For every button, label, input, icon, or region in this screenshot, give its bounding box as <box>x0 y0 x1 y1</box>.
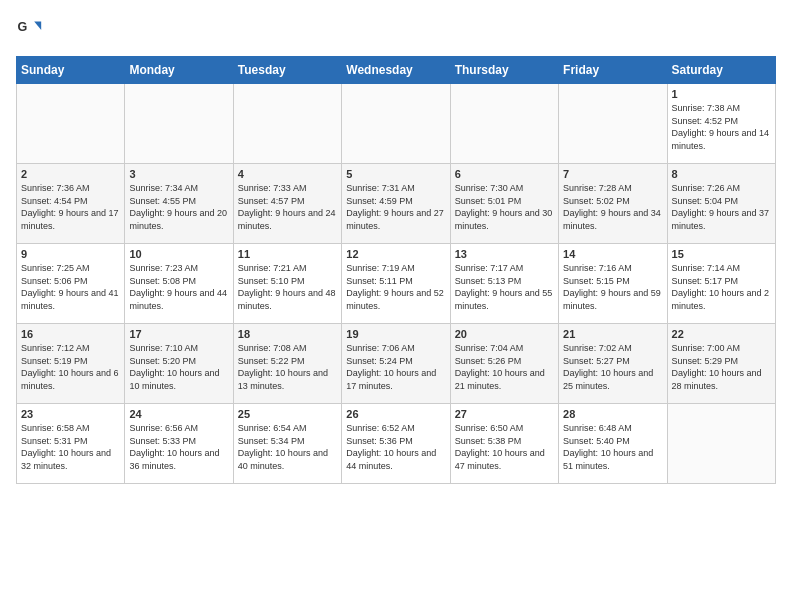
day-info: Sunrise: 6:56 AM Sunset: 5:33 PM Dayligh… <box>129 422 228 472</box>
day-number: 10 <box>129 248 228 260</box>
calendar-cell: 18Sunrise: 7:08 AM Sunset: 5:22 PM Dayli… <box>233 324 341 404</box>
day-number: 2 <box>21 168 120 180</box>
day-info: Sunrise: 7:02 AM Sunset: 5:27 PM Dayligh… <box>563 342 662 392</box>
day-number: 3 <box>129 168 228 180</box>
day-info: Sunrise: 7:28 AM Sunset: 5:02 PM Dayligh… <box>563 182 662 232</box>
day-number: 8 <box>672 168 771 180</box>
day-info: Sunrise: 7:31 AM Sunset: 4:59 PM Dayligh… <box>346 182 445 232</box>
header: G <box>16 16 776 44</box>
day-number: 21 <box>563 328 662 340</box>
calendar-cell <box>559 84 667 164</box>
calendar-cell: 17Sunrise: 7:10 AM Sunset: 5:20 PM Dayli… <box>125 324 233 404</box>
calendar-cell: 20Sunrise: 7:04 AM Sunset: 5:26 PM Dayli… <box>450 324 558 404</box>
calendar-cell: 9Sunrise: 7:25 AM Sunset: 5:06 PM Daylig… <box>17 244 125 324</box>
day-number: 12 <box>346 248 445 260</box>
day-info: Sunrise: 7:30 AM Sunset: 5:01 PM Dayligh… <box>455 182 554 232</box>
day-number: 25 <box>238 408 337 420</box>
day-number: 27 <box>455 408 554 420</box>
day-info: Sunrise: 7:33 AM Sunset: 4:57 PM Dayligh… <box>238 182 337 232</box>
day-number: 23 <box>21 408 120 420</box>
logo: G <box>16 16 48 44</box>
weekday-header-wednesday: Wednesday <box>342 57 450 84</box>
calendar-cell: 16Sunrise: 7:12 AM Sunset: 5:19 PM Dayli… <box>17 324 125 404</box>
day-number: 4 <box>238 168 337 180</box>
day-info: Sunrise: 6:58 AM Sunset: 5:31 PM Dayligh… <box>21 422 120 472</box>
calendar-cell: 23Sunrise: 6:58 AM Sunset: 5:31 PM Dayli… <box>17 404 125 484</box>
day-info: Sunrise: 7:36 AM Sunset: 4:54 PM Dayligh… <box>21 182 120 232</box>
calendar-cell: 27Sunrise: 6:50 AM Sunset: 5:38 PM Dayli… <box>450 404 558 484</box>
day-info: Sunrise: 7:25 AM Sunset: 5:06 PM Dayligh… <box>21 262 120 312</box>
day-number: 7 <box>563 168 662 180</box>
weekday-header-sunday: Sunday <box>17 57 125 84</box>
weekday-header-saturday: Saturday <box>667 57 775 84</box>
calendar-cell: 26Sunrise: 6:52 AM Sunset: 5:36 PM Dayli… <box>342 404 450 484</box>
day-number: 1 <box>672 88 771 100</box>
calendar-cell: 19Sunrise: 7:06 AM Sunset: 5:24 PM Dayli… <box>342 324 450 404</box>
calendar-cell: 21Sunrise: 7:02 AM Sunset: 5:27 PM Dayli… <box>559 324 667 404</box>
day-number: 13 <box>455 248 554 260</box>
day-info: Sunrise: 7:08 AM Sunset: 5:22 PM Dayligh… <box>238 342 337 392</box>
calendar-cell: 22Sunrise: 7:00 AM Sunset: 5:29 PM Dayli… <box>667 324 775 404</box>
day-number: 20 <box>455 328 554 340</box>
day-info: Sunrise: 7:00 AM Sunset: 5:29 PM Dayligh… <box>672 342 771 392</box>
calendar-cell: 14Sunrise: 7:16 AM Sunset: 5:15 PM Dayli… <box>559 244 667 324</box>
day-info: Sunrise: 7:19 AM Sunset: 5:11 PM Dayligh… <box>346 262 445 312</box>
calendar-cell <box>667 404 775 484</box>
calendar-cell <box>450 84 558 164</box>
day-info: Sunrise: 7:10 AM Sunset: 5:20 PM Dayligh… <box>129 342 228 392</box>
calendar-cell: 5Sunrise: 7:31 AM Sunset: 4:59 PM Daylig… <box>342 164 450 244</box>
calendar-table: SundayMondayTuesdayWednesdayThursdayFrid… <box>16 56 776 484</box>
day-info: Sunrise: 6:52 AM Sunset: 5:36 PM Dayligh… <box>346 422 445 472</box>
day-info: Sunrise: 7:26 AM Sunset: 5:04 PM Dayligh… <box>672 182 771 232</box>
svg-marker-1 <box>34 22 41 30</box>
day-info: Sunrise: 7:14 AM Sunset: 5:17 PM Dayligh… <box>672 262 771 312</box>
day-number: 9 <box>21 248 120 260</box>
day-info: Sunrise: 6:54 AM Sunset: 5:34 PM Dayligh… <box>238 422 337 472</box>
calendar-cell: 25Sunrise: 6:54 AM Sunset: 5:34 PM Dayli… <box>233 404 341 484</box>
calendar-cell <box>17 84 125 164</box>
calendar-cell <box>233 84 341 164</box>
day-info: Sunrise: 7:34 AM Sunset: 4:55 PM Dayligh… <box>129 182 228 232</box>
day-number: 14 <box>563 248 662 260</box>
calendar-cell: 15Sunrise: 7:14 AM Sunset: 5:17 PM Dayli… <box>667 244 775 324</box>
day-number: 18 <box>238 328 337 340</box>
calendar-cell: 4Sunrise: 7:33 AM Sunset: 4:57 PM Daylig… <box>233 164 341 244</box>
day-info: Sunrise: 6:50 AM Sunset: 5:38 PM Dayligh… <box>455 422 554 472</box>
weekday-header-tuesday: Tuesday <box>233 57 341 84</box>
day-number: 5 <box>346 168 445 180</box>
calendar-cell: 28Sunrise: 6:48 AM Sunset: 5:40 PM Dayli… <box>559 404 667 484</box>
calendar-cell: 8Sunrise: 7:26 AM Sunset: 5:04 PM Daylig… <box>667 164 775 244</box>
day-number: 15 <box>672 248 771 260</box>
calendar-cell <box>342 84 450 164</box>
calendar-cell: 7Sunrise: 7:28 AM Sunset: 5:02 PM Daylig… <box>559 164 667 244</box>
calendar-cell: 3Sunrise: 7:34 AM Sunset: 4:55 PM Daylig… <box>125 164 233 244</box>
day-number: 6 <box>455 168 554 180</box>
day-info: Sunrise: 6:48 AM Sunset: 5:40 PM Dayligh… <box>563 422 662 472</box>
day-info: Sunrise: 7:17 AM Sunset: 5:13 PM Dayligh… <box>455 262 554 312</box>
day-info: Sunrise: 7:16 AM Sunset: 5:15 PM Dayligh… <box>563 262 662 312</box>
calendar-cell: 1Sunrise: 7:38 AM Sunset: 4:52 PM Daylig… <box>667 84 775 164</box>
calendar-cell: 11Sunrise: 7:21 AM Sunset: 5:10 PM Dayli… <box>233 244 341 324</box>
svg-text:G: G <box>17 20 27 34</box>
day-info: Sunrise: 7:38 AM Sunset: 4:52 PM Dayligh… <box>672 102 771 152</box>
calendar-cell: 2Sunrise: 7:36 AM Sunset: 4:54 PM Daylig… <box>17 164 125 244</box>
day-number: 22 <box>672 328 771 340</box>
calendar-cell: 12Sunrise: 7:19 AM Sunset: 5:11 PM Dayli… <box>342 244 450 324</box>
day-number: 28 <box>563 408 662 420</box>
day-number: 17 <box>129 328 228 340</box>
day-info: Sunrise: 7:23 AM Sunset: 5:08 PM Dayligh… <box>129 262 228 312</box>
day-number: 24 <box>129 408 228 420</box>
weekday-header-monday: Monday <box>125 57 233 84</box>
day-number: 19 <box>346 328 445 340</box>
calendar-cell: 13Sunrise: 7:17 AM Sunset: 5:13 PM Dayli… <box>450 244 558 324</box>
calendar-cell <box>125 84 233 164</box>
day-number: 11 <box>238 248 337 260</box>
logo-icon: G <box>16 16 44 44</box>
calendar-cell: 6Sunrise: 7:30 AM Sunset: 5:01 PM Daylig… <box>450 164 558 244</box>
day-info: Sunrise: 7:04 AM Sunset: 5:26 PM Dayligh… <box>455 342 554 392</box>
weekday-header-friday: Friday <box>559 57 667 84</box>
calendar-cell: 24Sunrise: 6:56 AM Sunset: 5:33 PM Dayli… <box>125 404 233 484</box>
day-number: 26 <box>346 408 445 420</box>
day-number: 16 <box>21 328 120 340</box>
day-info: Sunrise: 7:06 AM Sunset: 5:24 PM Dayligh… <box>346 342 445 392</box>
